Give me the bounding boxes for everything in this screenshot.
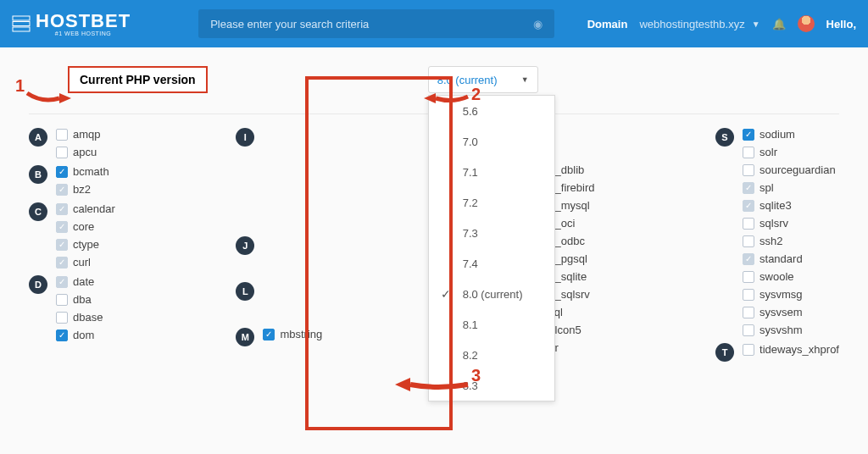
extension-item[interactable]: ssh2: [743, 235, 836, 247]
letter-badge: B: [29, 165, 47, 184]
bell-icon[interactable]: 🔔: [772, 18, 786, 30]
letter-badge: S: [715, 128, 734, 147]
extension-item[interactable]: ✓dom: [56, 329, 103, 341]
checkbox[interactable]: [743, 147, 754, 158]
extension-item[interactable]: ✓mbstring: [263, 328, 322, 340]
checkbox[interactable]: [743, 344, 754, 356]
extension-name: spl: [760, 181, 774, 194]
extension-name: date: [73, 275, 94, 288]
svg-marker-5: [395, 378, 410, 391]
extension-name: standard: [760, 252, 803, 265]
checkbox[interactable]: [56, 294, 68, 306]
checkbox[interactable]: [743, 289, 754, 301]
extension-item[interactable]: ✓curl: [56, 256, 115, 269]
checkbox[interactable]: [56, 129, 68, 141]
php-version-option[interactable]: 8.2: [429, 340, 554, 370]
checkbox[interactable]: [743, 218, 754, 230]
checkbox[interactable]: ✓: [56, 203, 68, 215]
checkbox[interactable]: ✓: [56, 239, 68, 251]
extension-item[interactable]: ✓sodium: [743, 128, 836, 141]
check-icon: ✓: [58, 241, 65, 249]
extension-item[interactable]: sourceguardian: [743, 163, 836, 176]
php-version-option[interactable]: 7.0: [429, 126, 554, 157]
extension-item[interactable]: ✓ctype: [56, 238, 115, 251]
php-version-option-label: 7.3: [463, 227, 478, 240]
checkbox[interactable]: ✓: [56, 184, 68, 196]
checkbox[interactable]: [743, 164, 754, 176]
top-header: HOSTBET #1 WEB HOSTING ◉ Domain webhosti…: [0, 0, 868, 47]
checkbox[interactable]: ✓: [743, 200, 754, 212]
letter-group: L: [236, 282, 371, 321]
checkbox[interactable]: [743, 324, 754, 336]
extension-item[interactable]: tideways_xhprof: [743, 343, 839, 356]
search-box[interactable]: ◉: [198, 9, 554, 38]
letter-group: M✓mbstring: [236, 328, 371, 346]
extension-name: sysvsem: [760, 306, 803, 318]
annotation-arrow-2: [424, 90, 470, 107]
checkbox[interactable]: [56, 147, 68, 158]
extension-item[interactable]: ✓date: [56, 275, 103, 288]
annotation-arrow-3: [395, 376, 470, 395]
extension-item[interactable]: dba: [56, 293, 103, 306]
checkbox[interactable]: ✓: [56, 257, 68, 269]
domain-label: Domain: [587, 18, 628, 30]
check-icon: ✓: [58, 258, 65, 267]
extension-item[interactable]: swoole: [743, 270, 836, 283]
extension-item[interactable]: ✓calendar: [56, 202, 115, 215]
checkbox[interactable]: ✓: [56, 166, 68, 178]
check-icon: ✓: [58, 168, 65, 176]
extension-item[interactable]: apcu: [56, 146, 101, 158]
extension-item[interactable]: ✓core: [56, 220, 115, 233]
svg-rect-1: [13, 22, 30, 26]
domain-value: webhostingtesthb.xyz: [639, 18, 744, 30]
php-version-option[interactable]: 7.1: [429, 157, 554, 187]
checkbox[interactable]: ✓: [56, 329, 68, 341]
checkbox[interactable]: ✓: [743, 129, 754, 141]
checkbox[interactable]: [743, 307, 754, 318]
php-version-option[interactable]: ✓8.0 (current): [429, 279, 554, 309]
php-version-menu: 5.67.07.17.27.37.4✓8.0 (current)8.18.28.…: [428, 95, 555, 401]
checkbox[interactable]: [743, 271, 754, 283]
checkbox[interactable]: [56, 312, 68, 324]
extension-item[interactable]: sysvsem: [743, 306, 836, 318]
php-version-option[interactable]: 7.2: [429, 187, 554, 218]
domain-selector[interactable]: webhostingtesthb.xyz ▼: [639, 18, 760, 30]
extension-item[interactable]: ✓spl: [743, 181, 836, 194]
extension-item[interactable]: ✓standard: [743, 252, 836, 265]
php-version-option[interactable]: 7.4: [429, 248, 554, 279]
letter-badge: J: [236, 236, 254, 255]
search-input[interactable]: [210, 18, 533, 30]
extension-item[interactable]: ✓bcmath: [56, 165, 109, 178]
letter-badge: M: [236, 328, 254, 346]
extension-name: calendar: [73, 202, 115, 215]
checkbox[interactable]: ✓: [743, 182, 754, 194]
letter-group: Aamqpapcu: [29, 128, 115, 158]
extension-item[interactable]: ✓sqlite3: [743, 199, 836, 212]
php-version-option[interactable]: 8.1: [429, 309, 554, 340]
extension-name: dbase: [73, 311, 103, 324]
checkbox[interactable]: [743, 235, 754, 247]
brand-logo[interactable]: HOSTBET #1 WEB HOSTING: [12, 12, 131, 36]
avatar[interactable]: [798, 15, 815, 32]
extension-item[interactable]: dbase: [56, 311, 103, 324]
extension-column: AamqpapcuB✓bcmath✓bz2C✓calendar✓core✓cty…: [29, 128, 115, 365]
extension-item[interactable]: solr: [743, 146, 836, 158]
letter-badge: T: [715, 343, 734, 362]
php-version-label: Current PHP version: [68, 66, 208, 93]
extension-item[interactable]: sysvmsg: [743, 288, 836, 301]
extension-item[interactable]: amqp: [56, 128, 101, 141]
checkbox[interactable]: ✓: [56, 276, 68, 288]
checkbox[interactable]: ✓: [263, 329, 275, 340]
checkbox[interactable]: ✓: [743, 253, 754, 265]
search-icon: ◉: [533, 18, 542, 30]
php-version-option[interactable]: 7.3: [429, 218, 554, 248]
extension-item[interactable]: sqlsrv: [743, 217, 836, 230]
letter-badge: D: [29, 275, 47, 294]
extension-item[interactable]: sysvshm: [743, 324, 836, 336]
check-icon: ✓: [265, 330, 272, 339]
extension-item[interactable]: ✓bz2: [56, 183, 109, 196]
check-icon: ✓: [58, 278, 65, 286]
php-version-option-label: 7.4: [463, 257, 478, 270]
php-version-option-label: 7.1: [463, 166, 478, 179]
checkbox[interactable]: ✓: [56, 221, 68, 233]
